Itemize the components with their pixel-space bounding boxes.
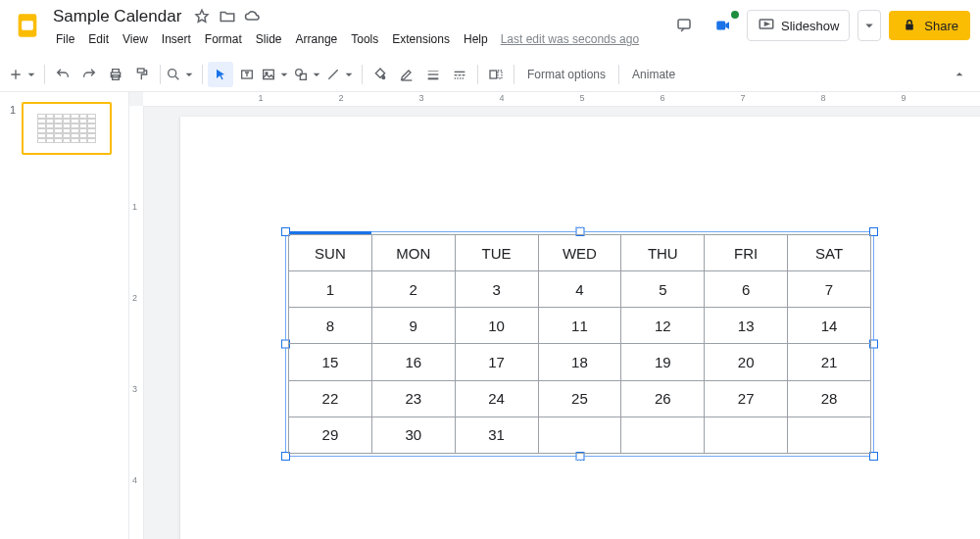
calendar-day-cell[interactable]: 7 bbox=[788, 271, 871, 308]
calendar-day-cell[interactable]: 30 bbox=[371, 416, 455, 453]
animate-button[interactable]: Animate bbox=[624, 64, 683, 85]
calendar-day-cell[interactable]: 31 bbox=[455, 416, 538, 453]
calendar-day-cell[interactable]: 8 bbox=[289, 308, 372, 344]
calendar-header-cell[interactable]: WED bbox=[538, 235, 621, 271]
slide-thumbnail-1[interactable] bbox=[22, 102, 112, 155]
menu-file[interactable]: File bbox=[49, 29, 81, 49]
thumbnail-number: 1 bbox=[8, 102, 16, 155]
calendar-header-cell[interactable]: MON bbox=[371, 235, 455, 271]
calendar-day-cell[interactable]: 15 bbox=[289, 344, 372, 380]
menu-edit[interactable]: Edit bbox=[81, 29, 116, 49]
calendar-day-cell[interactable]: 4 bbox=[538, 271, 621, 308]
calendar-day-cell[interactable]: 26 bbox=[621, 380, 705, 416]
calendar-day-cell[interactable]: 12 bbox=[621, 308, 705, 344]
calendar-table-selection[interactable]: SUNMONTUEWEDTHUFRISAT1234567891011121314… bbox=[288, 234, 871, 454]
calendar-day-cell[interactable]: 18 bbox=[538, 344, 621, 380]
undo-button[interactable] bbox=[50, 62, 75, 87]
calendar-day-cell[interactable]: 2 bbox=[371, 271, 455, 308]
calendar-day-cell[interactable]: 10 bbox=[455, 308, 538, 344]
new-slide-button[interactable] bbox=[8, 62, 39, 87]
document-title[interactable]: Sample Calendar bbox=[49, 6, 185, 27]
calendar-day-cell[interactable]: 27 bbox=[705, 380, 788, 416]
calendar-day-cell[interactable]: 1 bbox=[289, 271, 372, 308]
line-tool[interactable] bbox=[325, 62, 357, 87]
star-icon[interactable] bbox=[193, 8, 211, 25]
svg-rect-20 bbox=[455, 74, 458, 75]
calendar-day-cell[interactable] bbox=[538, 416, 621, 453]
calendar-day-cell[interactable]: 6 bbox=[705, 271, 788, 308]
calendar-day-cell[interactable]: 11 bbox=[538, 308, 621, 344]
select-tool[interactable] bbox=[208, 62, 233, 87]
svg-rect-15 bbox=[402, 79, 413, 80]
print-button[interactable] bbox=[103, 62, 128, 87]
menu-arrange[interactable]: Arrange bbox=[289, 29, 345, 49]
svg-rect-18 bbox=[428, 77, 439, 79]
calendar-day-cell[interactable]: 13 bbox=[705, 308, 788, 344]
shape-tool[interactable] bbox=[293, 62, 324, 87]
calendar-day-cell[interactable]: 19 bbox=[621, 344, 705, 380]
image-tool[interactable] bbox=[261, 62, 292, 87]
cloud-saved-icon[interactable] bbox=[244, 8, 262, 25]
share-button[interactable]: Share bbox=[889, 11, 970, 40]
calendar-day-cell[interactable]: 29 bbox=[289, 416, 372, 453]
menu-view[interactable]: View bbox=[116, 29, 155, 49]
calendar-table[interactable]: SUNMONTUEWEDTHUFRISAT1234567891011121314… bbox=[288, 234, 871, 454]
calendar-day-cell[interactable]: 22 bbox=[289, 380, 372, 416]
calendar-day-cell[interactable]: 21 bbox=[788, 344, 871, 380]
last-edit-link[interactable]: Last edit was seconds ago bbox=[501, 32, 639, 46]
svg-rect-1 bbox=[22, 21, 33, 29]
collapse-toolbar-button[interactable] bbox=[947, 62, 972, 87]
calendar-day-cell[interactable]: 25 bbox=[538, 380, 621, 416]
calendar-header-cell[interactable]: TUE bbox=[455, 235, 538, 271]
menu-extensions[interactable]: Extensions bbox=[385, 29, 457, 49]
move-icon[interactable] bbox=[219, 8, 236, 25]
slide-canvas[interactable]: SUNMONTUEWEDTHUFRISAT1234567891011121314… bbox=[180, 117, 980, 539]
redo-button[interactable] bbox=[76, 62, 102, 87]
calendar-day-cell[interactable]: 23 bbox=[371, 380, 455, 416]
calendar-day-cell[interactable]: 24 bbox=[455, 380, 538, 416]
calendar-header-cell[interactable]: SUN bbox=[289, 235, 372, 271]
calendar-day-cell[interactable] bbox=[705, 416, 788, 453]
svg-rect-26 bbox=[463, 77, 464, 78]
insert-dots-bottom[interactable] bbox=[575, 459, 585, 462]
format-options-button[interactable]: Format options bbox=[519, 64, 613, 85]
menu-insert[interactable]: Insert bbox=[155, 29, 198, 49]
insert-dots-top[interactable] bbox=[575, 226, 585, 229]
svg-rect-25 bbox=[460, 77, 461, 78]
calendar-day-cell[interactable]: 17 bbox=[455, 344, 538, 380]
calendar-day-cell[interactable] bbox=[621, 416, 705, 453]
svg-point-9 bbox=[169, 70, 176, 77]
slideshow-dropdown[interactable] bbox=[858, 10, 881, 41]
svg-rect-16 bbox=[428, 71, 439, 72]
meet-button[interactable] bbox=[708, 11, 739, 40]
calendar-day-cell[interactable]: 9 bbox=[371, 308, 455, 344]
textbox-tool[interactable] bbox=[234, 62, 260, 87]
paint-format-button[interactable] bbox=[129, 62, 155, 87]
menu-help[interactable]: Help bbox=[457, 29, 495, 49]
zoom-button[interactable] bbox=[166, 62, 197, 87]
calendar-day-cell[interactable]: 14 bbox=[788, 308, 871, 344]
svg-point-13 bbox=[296, 70, 303, 76]
svg-rect-23 bbox=[455, 77, 456, 78]
calendar-header-cell[interactable]: THU bbox=[621, 235, 705, 271]
calendar-header-cell[interactable]: SAT bbox=[788, 235, 871, 271]
slideshow-button[interactable]: Slideshow bbox=[747, 10, 850, 41]
slides-logo[interactable] bbox=[10, 8, 45, 43]
calendar-header-cell[interactable]: FRI bbox=[705, 235, 788, 271]
menu-slide[interactable]: Slide bbox=[249, 29, 289, 49]
calendar-day-cell[interactable]: 20 bbox=[705, 344, 788, 380]
calendar-day-cell[interactable]: 16 bbox=[371, 344, 455, 380]
calendar-day-cell[interactable]: 5 bbox=[621, 271, 705, 308]
menu-bar: FileEditViewInsertFormatSlideArrangeTool… bbox=[49, 29, 639, 49]
comment-history-button[interactable] bbox=[668, 11, 700, 40]
border-dash-button[interactable] bbox=[447, 62, 472, 87]
fill-color-button[interactable] bbox=[368, 62, 393, 87]
calendar-day-cell[interactable] bbox=[788, 416, 871, 453]
calendar-day-cell[interactable]: 28 bbox=[788, 380, 871, 416]
menu-tools[interactable]: Tools bbox=[344, 29, 385, 49]
menu-format[interactable]: Format bbox=[198, 29, 249, 49]
border-weight-button[interactable] bbox=[420, 62, 446, 87]
border-color-button[interactable] bbox=[394, 62, 419, 87]
transition-button[interactable] bbox=[483, 62, 509, 87]
calendar-day-cell[interactable]: 3 bbox=[455, 271, 538, 308]
